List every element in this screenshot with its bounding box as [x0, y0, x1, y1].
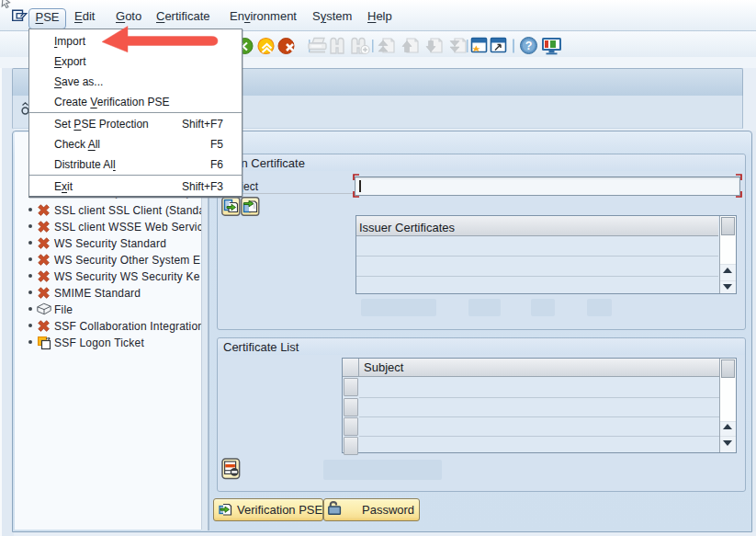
svg-text:?: ? — [525, 40, 533, 52]
